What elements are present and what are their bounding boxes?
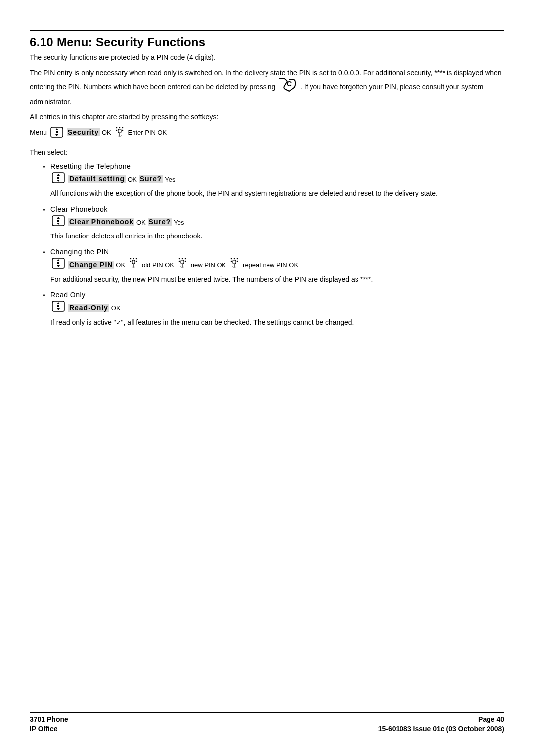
svg-rect-10	[118, 129, 121, 133]
svg-point-9	[122, 130, 123, 131]
nav-key-icon	[52, 215, 65, 230]
menu-label: Menu	[30, 128, 47, 136]
ok-label: OK	[128, 175, 137, 183]
check-icon: ✓	[116, 319, 121, 326]
ok-label: OK	[102, 129, 111, 136]
footer-left2: IP Office	[30, 724, 68, 734]
nav-key-icon	[50, 127, 63, 139]
item-sequence: Clear Phonebook OK Sure? Yes	[50, 215, 504, 230]
item-title: Clear Phonebook	[50, 205, 504, 213]
svg-point-7	[122, 127, 123, 129]
svg-point-6	[119, 127, 120, 129]
yes-label: Yes	[174, 218, 184, 226]
svg-marker-46	[57, 302, 60, 304]
svg-point-28	[136, 261, 137, 262]
svg-marker-15	[57, 180, 60, 182]
item-label-highlight: Read-Only	[68, 304, 109, 312]
top-rule	[30, 30, 504, 31]
svg-point-8	[116, 130, 117, 131]
sure-highlight: Sure?	[139, 175, 163, 183]
list-item-change-pin: Changing the PIN Change PIN OK	[50, 248, 504, 284]
svg-point-24	[130, 258, 132, 260]
svg-marker-23	[57, 265, 60, 267]
yes-label: Yes	[165, 175, 175, 183]
intro-p1: The security functions are protected by …	[30, 53, 504, 62]
svg-marker-4	[55, 134, 58, 136]
svg-marker-48	[57, 308, 60, 310]
desc-b: ", all features in the menu can be check…	[121, 318, 354, 326]
item-sequence: Default setting OK Sure? Yes	[50, 172, 504, 187]
svg-marker-2	[55, 128, 58, 130]
keypad-icon	[178, 257, 187, 272]
item-title: Read Only	[50, 291, 504, 299]
sure-highlight: Sure?	[148, 218, 172, 226]
item-label-highlight: Clear Phonebook	[68, 218, 134, 226]
item-sequence: Change PIN OK old PIN OK	[50, 258, 504, 273]
security-highlight: Security	[67, 128, 100, 136]
item-desc: All functions with the exception of the …	[50, 189, 504, 198]
footer-right: Page 40 15-601083 Issue 01c (03 October …	[378, 715, 504, 734]
svg-rect-36	[181, 260, 184, 264]
nav-key-icon	[52, 258, 65, 273]
section-number: 6.10	[30, 35, 53, 48]
svg-rect-14	[57, 177, 59, 179]
ok-label: OK	[116, 261, 125, 269]
item-title: Changing the PIN	[50, 248, 504, 256]
page-footer: 3701 Phone IP Office Page 40 15-601083 I…	[30, 712, 504, 734]
item-desc: If read only is active "✓", all features…	[50, 318, 504, 327]
footer-row: 3701 Phone IP Office Page 40 15-601083 I…	[30, 715, 504, 734]
svg-point-35	[185, 261, 186, 262]
nav-key-icon	[52, 301, 65, 316]
svg-rect-22	[57, 262, 59, 264]
keypad-icon	[129, 257, 138, 272]
then-select: Then select:	[30, 148, 504, 157]
footer-left1: 3701 Phone	[30, 715, 68, 724]
svg-point-5	[116, 127, 117, 129]
list-item-read-only: Read Only Read-Only OK If read only is a…	[50, 291, 504, 327]
item-label-highlight: Default setting	[68, 175, 126, 183]
item-title: Resetting the Telephone	[50, 162, 504, 170]
svg-point-32	[182, 258, 183, 260]
list-item-reset: Resetting the Telephone Default setting …	[50, 162, 504, 198]
svg-rect-47	[57, 305, 59, 307]
ok-label: OK	[111, 304, 121, 312]
svg-point-31	[179, 258, 180, 260]
svg-point-25	[133, 258, 134, 260]
list-item-clear-phonebook: Clear Phonebook Clear Phonebook OK Sure?…	[50, 205, 504, 241]
softkey-sequence: Menu Security OK Enter PIN OK	[30, 127, 504, 139]
keypad-icon	[115, 126, 125, 139]
keypad-icon	[229, 257, 239, 272]
svg-point-41	[231, 261, 232, 262]
svg-point-40	[237, 258, 238, 260]
ok-label: OK	[136, 218, 146, 226]
svg-rect-43	[233, 260, 236, 264]
svg-point-38	[231, 258, 232, 260]
new-pin-label: new PIN OK	[191, 261, 226, 269]
svg-point-27	[130, 261, 132, 262]
footer-left: 3701 Phone IP Office	[30, 715, 68, 734]
desc-a: If read only is active "	[50, 318, 116, 326]
footer-right2: 15-601083 Issue 01c (03 October 2008)	[378, 724, 504, 734]
c-key-icon: C	[278, 77, 297, 95]
section-title: 6.10 Menu: Security Functions	[30, 35, 504, 49]
svg-point-42	[237, 261, 238, 262]
svg-marker-13	[57, 174, 60, 176]
svg-rect-29	[132, 260, 135, 264]
enterpin-label: Enter PIN OK	[128, 129, 167, 136]
svg-point-34	[179, 261, 180, 262]
svg-marker-17	[57, 217, 60, 219]
svg-point-26	[136, 258, 137, 260]
svg-marker-21	[57, 259, 60, 261]
section-heading: Menu: Security Functions	[57, 35, 206, 48]
repeat-pin-label: repeat new PIN OK	[243, 261, 298, 269]
item-label-highlight: Change PIN	[68, 261, 114, 269]
footer-rule	[30, 712, 504, 713]
svg-point-39	[234, 258, 235, 260]
intro-p3: All entries in this chapter are started …	[30, 112, 504, 122]
document-page: 6.10 Menu: Security Functions The securi…	[0, 0, 534, 756]
svg-rect-18	[57, 220, 59, 222]
item-desc: For additional security, the new PIN mus…	[50, 275, 504, 284]
item-sequence: Read-Only OK	[50, 301, 504, 316]
option-list: Resetting the Telephone Default setting …	[30, 162, 504, 327]
footer-right1: Page 40	[378, 715, 504, 724]
